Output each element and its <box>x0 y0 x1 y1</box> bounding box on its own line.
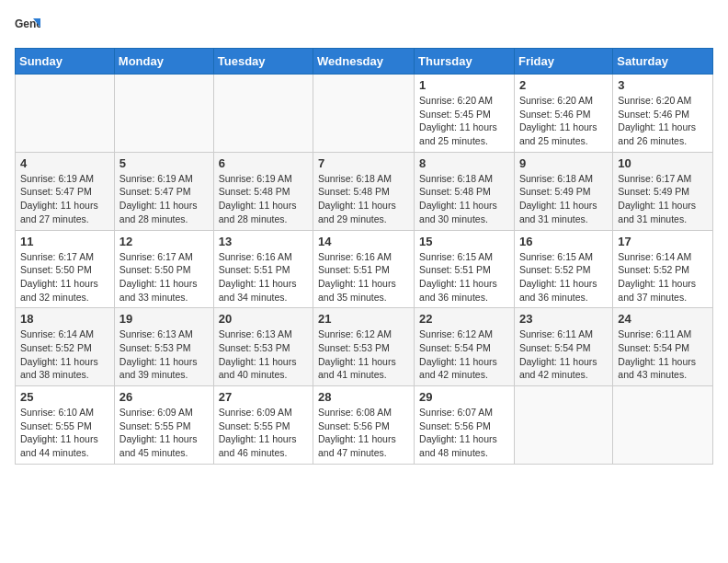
day-number: 24 <box>618 312 708 326</box>
day-number: 28 <box>318 390 409 404</box>
day-number: 27 <box>219 390 308 404</box>
calendar-cell: 26Sunrise: 6:09 AM Sunset: 5:55 PM Dayli… <box>114 386 213 465</box>
day-info: Sunrise: 6:19 AM Sunset: 5:47 PM Dayligh… <box>119 172 209 226</box>
day-number: 6 <box>219 156 308 170</box>
day-info: Sunrise: 6:09 AM Sunset: 5:55 PM Dayligh… <box>119 406 209 460</box>
calendar-cell <box>16 75 115 153</box>
day-number: 18 <box>20 312 109 326</box>
calendar-table: SundayMondayTuesdayWednesdayThursdayFrid… <box>15 48 713 465</box>
day-info: Sunrise: 6:17 AM Sunset: 5:49 PM Dayligh… <box>618 172 708 226</box>
day-info: Sunrise: 6:19 AM Sunset: 5:47 PM Dayligh… <box>20 172 109 226</box>
page-header: General <box>15 15 713 40</box>
calendar-cell: 4Sunrise: 6:19 AM Sunset: 5:47 PM Daylig… <box>16 152 115 230</box>
calendar-cell: 19Sunrise: 6:13 AM Sunset: 5:53 PM Dayli… <box>114 308 213 386</box>
calendar-cell: 15Sunrise: 6:15 AM Sunset: 5:51 PM Dayli… <box>415 230 515 308</box>
day-number: 19 <box>119 312 209 326</box>
day-number: 9 <box>519 156 608 170</box>
day-info: Sunrise: 6:07 AM Sunset: 5:56 PM Dayligh… <box>419 406 509 460</box>
calendar-cell: 27Sunrise: 6:09 AM Sunset: 5:55 PM Dayli… <box>213 386 313 465</box>
calendar-cell <box>514 386 612 465</box>
day-info: Sunrise: 6:19 AM Sunset: 5:48 PM Dayligh… <box>219 172 308 226</box>
day-number: 13 <box>219 235 308 248</box>
day-number: 7 <box>318 156 409 170</box>
calendar-cell: 24Sunrise: 6:11 AM Sunset: 5:54 PM Dayli… <box>613 308 713 386</box>
day-number: 11 <box>20 235 109 248</box>
day-number: 10 <box>618 156 708 170</box>
calendar-cell: 25Sunrise: 6:10 AM Sunset: 5:55 PM Dayli… <box>16 386 115 465</box>
calendar-cell: 17Sunrise: 6:14 AM Sunset: 5:52 PM Dayli… <box>613 230 713 308</box>
day-number: 2 <box>519 78 608 92</box>
day-info: Sunrise: 6:18 AM Sunset: 5:49 PM Dayligh… <box>519 172 608 226</box>
calendar-cell <box>613 386 713 465</box>
day-number: 23 <box>519 312 608 326</box>
calendar-cell <box>114 75 213 153</box>
day-info: Sunrise: 6:18 AM Sunset: 5:48 PM Dayligh… <box>318 172 409 226</box>
day-info: Sunrise: 6:15 AM Sunset: 5:52 PM Dayligh… <box>519 250 608 304</box>
calendar-cell: 16Sunrise: 6:15 AM Sunset: 5:52 PM Dayli… <box>514 230 612 308</box>
day-info: Sunrise: 6:16 AM Sunset: 5:51 PM Dayligh… <box>219 250 308 304</box>
day-number: 26 <box>119 390 209 404</box>
calendar-cell: 12Sunrise: 6:17 AM Sunset: 5:50 PM Dayli… <box>114 230 213 308</box>
day-info: Sunrise: 6:13 AM Sunset: 5:53 PM Dayligh… <box>219 327 308 382</box>
calendar-cell: 5Sunrise: 6:19 AM Sunset: 5:47 PM Daylig… <box>114 152 213 230</box>
day-info: Sunrise: 6:11 AM Sunset: 5:54 PM Dayligh… <box>618 327 708 382</box>
day-number: 5 <box>119 156 209 170</box>
calendar-cell: 9Sunrise: 6:18 AM Sunset: 5:49 PM Daylig… <box>514 152 612 230</box>
calendar-cell: 11Sunrise: 6:17 AM Sunset: 5:50 PM Dayli… <box>16 230 115 308</box>
weekday-header: Thursday <box>415 49 515 75</box>
day-info: Sunrise: 6:17 AM Sunset: 5:50 PM Dayligh… <box>119 250 209 304</box>
day-info: Sunrise: 6:14 AM Sunset: 5:52 PM Dayligh… <box>618 250 708 304</box>
calendar-cell: 14Sunrise: 6:16 AM Sunset: 5:51 PM Dayli… <box>313 230 415 308</box>
calendar-cell: 13Sunrise: 6:16 AM Sunset: 5:51 PM Dayli… <box>213 230 313 308</box>
calendar-cell: 21Sunrise: 6:12 AM Sunset: 5:53 PM Dayli… <box>313 308 415 386</box>
weekday-header: Monday <box>114 49 213 75</box>
calendar-cell: 3Sunrise: 6:20 AM Sunset: 5:46 PM Daylig… <box>613 75 713 153</box>
day-info: Sunrise: 6:20 AM Sunset: 5:46 PM Dayligh… <box>618 94 708 148</box>
day-info: Sunrise: 6:20 AM Sunset: 5:45 PM Dayligh… <box>419 94 509 148</box>
calendar-cell: 18Sunrise: 6:14 AM Sunset: 5:52 PM Dayli… <box>16 308 115 386</box>
day-number: 12 <box>119 235 209 248</box>
day-info: Sunrise: 6:20 AM Sunset: 5:46 PM Dayligh… <box>519 94 608 148</box>
day-number: 14 <box>318 235 409 248</box>
weekday-header: Tuesday <box>213 49 313 75</box>
day-info: Sunrise: 6:15 AM Sunset: 5:51 PM Dayligh… <box>419 250 509 304</box>
day-info: Sunrise: 6:16 AM Sunset: 5:51 PM Dayligh… <box>318 250 409 304</box>
calendar-cell: 20Sunrise: 6:13 AM Sunset: 5:53 PM Dayli… <box>213 308 313 386</box>
logo-icon: General <box>15 15 40 40</box>
day-number: 4 <box>20 156 109 170</box>
day-number: 29 <box>419 390 509 404</box>
day-info: Sunrise: 6:13 AM Sunset: 5:53 PM Dayligh… <box>119 327 209 382</box>
calendar-cell: 23Sunrise: 6:11 AM Sunset: 5:54 PM Dayli… <box>514 308 612 386</box>
day-info: Sunrise: 6:14 AM Sunset: 5:52 PM Dayligh… <box>20 327 109 382</box>
day-number: 21 <box>318 312 409 326</box>
day-number: 22 <box>419 312 509 326</box>
calendar-cell: 8Sunrise: 6:18 AM Sunset: 5:48 PM Daylig… <box>415 152 515 230</box>
day-info: Sunrise: 6:10 AM Sunset: 5:55 PM Dayligh… <box>20 406 109 460</box>
calendar-cell: 10Sunrise: 6:17 AM Sunset: 5:49 PM Dayli… <box>613 152 713 230</box>
logo: General <box>15 15 44 40</box>
calendar-cell: 22Sunrise: 6:12 AM Sunset: 5:54 PM Dayli… <box>415 308 515 386</box>
calendar-cell: 28Sunrise: 6:08 AM Sunset: 5:56 PM Dayli… <box>313 386 415 465</box>
calendar-cell: 2Sunrise: 6:20 AM Sunset: 5:46 PM Daylig… <box>514 75 612 153</box>
weekday-header: Wednesday <box>313 49 415 75</box>
weekday-header: Saturday <box>613 49 713 75</box>
calendar-cell <box>313 75 415 153</box>
calendar-cell <box>213 75 313 153</box>
day-info: Sunrise: 6:11 AM Sunset: 5:54 PM Dayligh… <box>519 327 608 382</box>
calendar-cell: 29Sunrise: 6:07 AM Sunset: 5:56 PM Dayli… <box>415 386 515 465</box>
day-info: Sunrise: 6:09 AM Sunset: 5:55 PM Dayligh… <box>219 406 308 460</box>
day-number: 15 <box>419 235 509 248</box>
day-number: 17 <box>618 235 708 248</box>
day-number: 3 <box>618 78 708 92</box>
weekday-header: Friday <box>514 49 612 75</box>
day-info: Sunrise: 6:08 AM Sunset: 5:56 PM Dayligh… <box>318 406 409 460</box>
day-number: 1 <box>419 78 509 92</box>
day-info: Sunrise: 6:17 AM Sunset: 5:50 PM Dayligh… <box>20 250 109 304</box>
calendar-cell: 6Sunrise: 6:19 AM Sunset: 5:48 PM Daylig… <box>213 152 313 230</box>
day-number: 25 <box>20 390 109 404</box>
day-info: Sunrise: 6:18 AM Sunset: 5:48 PM Dayligh… <box>419 172 509 226</box>
calendar-cell: 7Sunrise: 6:18 AM Sunset: 5:48 PM Daylig… <box>313 152 415 230</box>
calendar-cell: 1Sunrise: 6:20 AM Sunset: 5:45 PM Daylig… <box>415 75 515 153</box>
day-number: 16 <box>519 235 608 248</box>
day-number: 8 <box>419 156 509 170</box>
